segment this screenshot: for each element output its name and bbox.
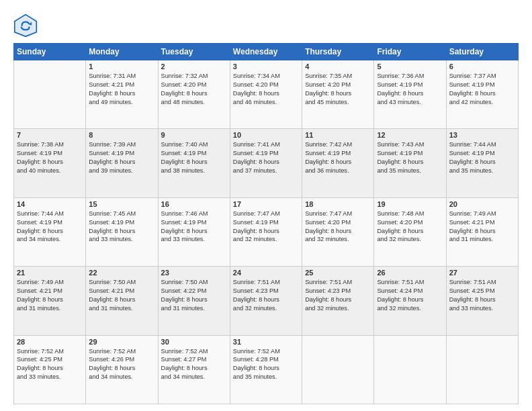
day-number: 24 (233, 269, 299, 277)
day-number: 12 (377, 131, 443, 139)
cell-content: Sunrise: 7:39 AM Sunset: 4:19 PM Dayligh… (89, 140, 154, 175)
day-number: 25 (305, 269, 371, 277)
day-number: 20 (449, 200, 515, 208)
calendar-cell: 19Sunrise: 7:48 AM Sunset: 4:20 PM Dayli… (374, 197, 446, 266)
calendar-cell: 14Sunrise: 7:44 AM Sunset: 4:19 PM Dayli… (14, 197, 86, 266)
day-number: 3 (233, 62, 299, 71)
cell-content: Sunrise: 7:34 AM Sunset: 4:20 PM Dayligh… (233, 72, 299, 107)
day-number: 13 (449, 131, 515, 139)
cell-content: Sunrise: 7:52 AM Sunset: 4:25 PM Dayligh… (17, 347, 83, 382)
calendar-week-row: 21Sunrise: 7:49 AM Sunset: 4:21 PM Dayli… (14, 267, 519, 335)
cell-content: Sunrise: 7:51 AM Sunset: 4:25 PM Dayligh… (449, 278, 515, 313)
calendar-cell: 21Sunrise: 7:49 AM Sunset: 4:21 PM Dayli… (14, 267, 86, 335)
calendar-cell: 28Sunrise: 7:52 AM Sunset: 4:25 PM Dayli… (14, 335, 86, 404)
day-number: 26 (377, 269, 443, 277)
cell-content: Sunrise: 7:47 AM Sunset: 4:20 PM Dayligh… (305, 210, 371, 244)
day-number: 30 (161, 338, 227, 346)
cell-content: Sunrise: 7:49 AM Sunset: 4:21 PM Dayligh… (449, 210, 515, 244)
header (13, 11, 519, 38)
calendar-cell: 23Sunrise: 7:50 AM Sunset: 4:22 PM Dayli… (158, 267, 230, 335)
cell-content: Sunrise: 7:50 AM Sunset: 4:22 PM Dayligh… (161, 278, 227, 313)
page: SundayMondayTuesdayWednesdayThursdayFrid… (0, 0, 532, 411)
calendar-week-row: 1Sunrise: 7:31 AM Sunset: 4:21 PM Daylig… (14, 60, 519, 129)
calendar-table: SundayMondayTuesdayWednesdayThursdayFrid… (13, 43, 519, 404)
calendar-cell (14, 60, 86, 129)
cell-content: Sunrise: 7:44 AM Sunset: 4:19 PM Dayligh… (17, 210, 83, 244)
calendar-day-header: Thursday (302, 44, 374, 60)
calendar-week-row: 28Sunrise: 7:52 AM Sunset: 4:25 PM Dayli… (14, 335, 519, 404)
calendar-cell (446, 335, 518, 404)
day-number: 31 (233, 338, 299, 346)
day-number: 16 (161, 200, 227, 208)
logo-icon (13, 13, 38, 38)
calendar-cell: 4Sunrise: 7:35 AM Sunset: 4:20 PM Daylig… (302, 60, 374, 129)
cell-content: Sunrise: 7:52 AM Sunset: 4:26 PM Dayligh… (89, 347, 154, 382)
cell-content: Sunrise: 7:48 AM Sunset: 4:20 PM Dayligh… (377, 210, 443, 244)
calendar-week-row: 14Sunrise: 7:44 AM Sunset: 4:19 PM Dayli… (14, 197, 519, 266)
calendar-day-header: Saturday (446, 44, 518, 60)
cell-content: Sunrise: 7:36 AM Sunset: 4:19 PM Dayligh… (377, 72, 443, 107)
calendar-cell: 11Sunrise: 7:42 AM Sunset: 4:19 PM Dayli… (302, 129, 374, 197)
day-number: 4 (305, 62, 371, 71)
cell-content: Sunrise: 7:51 AM Sunset: 4:23 PM Dayligh… (305, 278, 371, 313)
calendar-week-row: 7Sunrise: 7:38 AM Sunset: 4:19 PM Daylig… (14, 129, 519, 197)
calendar-day-header: Tuesday (158, 44, 230, 60)
calendar-cell: 31Sunrise: 7:52 AM Sunset: 4:28 PM Dayli… (230, 335, 302, 404)
cell-content: Sunrise: 7:32 AM Sunset: 4:20 PM Dayligh… (161, 72, 227, 107)
cell-content: Sunrise: 7:51 AM Sunset: 4:23 PM Dayligh… (233, 278, 299, 313)
calendar-cell: 2Sunrise: 7:32 AM Sunset: 4:20 PM Daylig… (158, 60, 230, 129)
calendar-cell: 24Sunrise: 7:51 AM Sunset: 4:23 PM Dayli… (230, 267, 302, 335)
day-number: 5 (377, 62, 443, 71)
calendar-cell: 5Sunrise: 7:36 AM Sunset: 4:19 PM Daylig… (374, 60, 446, 129)
calendar-cell (374, 335, 446, 404)
calendar-cell: 9Sunrise: 7:40 AM Sunset: 4:19 PM Daylig… (158, 129, 230, 197)
day-number: 23 (161, 269, 227, 277)
cell-content: Sunrise: 7:50 AM Sunset: 4:21 PM Dayligh… (89, 278, 154, 313)
day-number: 9 (161, 131, 227, 139)
day-number: 2 (161, 62, 227, 71)
calendar-cell: 8Sunrise: 7:39 AM Sunset: 4:19 PM Daylig… (86, 129, 158, 197)
calendar-day-header: Wednesday (230, 44, 302, 60)
cell-content: Sunrise: 7:40 AM Sunset: 4:19 PM Dayligh… (161, 140, 227, 175)
day-number: 10 (233, 131, 299, 139)
calendar-cell: 20Sunrise: 7:49 AM Sunset: 4:21 PM Dayli… (446, 197, 518, 266)
day-number: 14 (17, 200, 83, 208)
cell-content: Sunrise: 7:31 AM Sunset: 4:21 PM Dayligh… (89, 72, 154, 107)
cell-content: Sunrise: 7:37 AM Sunset: 4:19 PM Dayligh… (449, 72, 515, 107)
calendar-cell: 3Sunrise: 7:34 AM Sunset: 4:20 PM Daylig… (230, 60, 302, 129)
day-number: 21 (17, 269, 83, 277)
calendar-cell: 12Sunrise: 7:43 AM Sunset: 4:19 PM Dayli… (374, 129, 446, 197)
day-number: 8 (89, 131, 154, 139)
cell-content: Sunrise: 7:35 AM Sunset: 4:20 PM Dayligh… (305, 72, 371, 107)
calendar-cell: 29Sunrise: 7:52 AM Sunset: 4:26 PM Dayli… (86, 335, 158, 404)
day-number: 18 (305, 200, 371, 208)
calendar-cell: 7Sunrise: 7:38 AM Sunset: 4:19 PM Daylig… (14, 129, 86, 197)
calendar-cell: 30Sunrise: 7:52 AM Sunset: 4:27 PM Dayli… (158, 335, 230, 404)
calendar-cell: 18Sunrise: 7:47 AM Sunset: 4:20 PM Dayli… (302, 197, 374, 266)
day-number: 7 (17, 131, 83, 139)
day-number: 19 (377, 200, 443, 208)
cell-content: Sunrise: 7:52 AM Sunset: 4:28 PM Dayligh… (233, 347, 299, 382)
cell-content: Sunrise: 7:43 AM Sunset: 4:19 PM Dayligh… (377, 140, 443, 175)
calendar-cell: 17Sunrise: 7:47 AM Sunset: 4:19 PM Dayli… (230, 197, 302, 266)
day-number: 29 (89, 338, 154, 346)
cell-content: Sunrise: 7:47 AM Sunset: 4:19 PM Dayligh… (233, 210, 299, 244)
day-number: 1 (89, 62, 154, 71)
cell-content: Sunrise: 7:49 AM Sunset: 4:21 PM Dayligh… (17, 278, 83, 313)
calendar-cell: 26Sunrise: 7:51 AM Sunset: 4:24 PM Dayli… (374, 267, 446, 335)
calendar-cell: 13Sunrise: 7:44 AM Sunset: 4:19 PM Dayli… (446, 129, 518, 197)
calendar-cell: 16Sunrise: 7:46 AM Sunset: 4:19 PM Dayli… (158, 197, 230, 266)
calendar-cell: 1Sunrise: 7:31 AM Sunset: 4:21 PM Daylig… (86, 60, 158, 129)
cell-content: Sunrise: 7:51 AM Sunset: 4:24 PM Dayligh… (377, 278, 443, 313)
calendar-cell: 25Sunrise: 7:51 AM Sunset: 4:23 PM Dayli… (302, 267, 374, 335)
day-number: 17 (233, 200, 299, 208)
logo (13, 13, 39, 38)
calendar-day-header: Sunday (14, 44, 86, 60)
day-number: 27 (449, 269, 515, 277)
day-number: 15 (89, 200, 154, 208)
calendar-cell: 15Sunrise: 7:45 AM Sunset: 4:19 PM Dayli… (86, 197, 158, 266)
day-number: 28 (17, 338, 83, 346)
calendar-cell: 6Sunrise: 7:37 AM Sunset: 4:19 PM Daylig… (446, 60, 518, 129)
day-number: 6 (449, 62, 515, 71)
calendar-cell (302, 335, 374, 404)
